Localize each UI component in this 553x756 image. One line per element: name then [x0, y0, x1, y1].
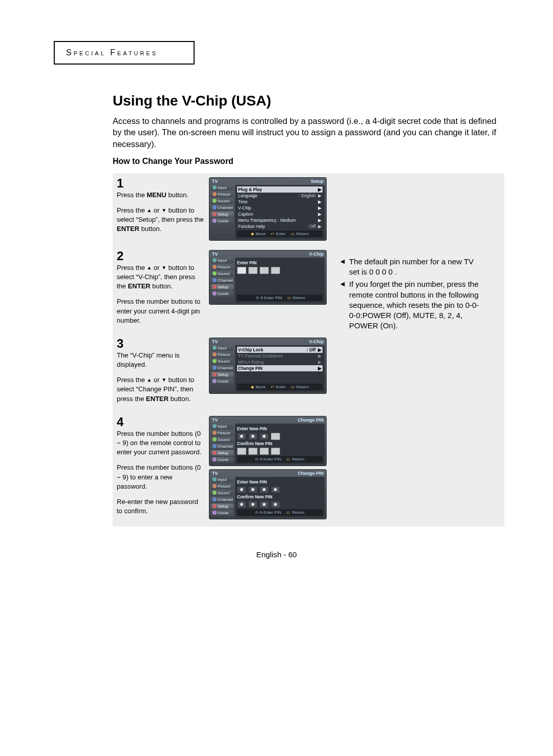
step-number: 4: [117, 416, 204, 428]
osd-screenshot-setup: TVSetup Input Picture Sound Channel Setu…: [209, 177, 327, 244]
step-text: 4 Press the number buttons (0 ~ 9) on th…: [117, 416, 204, 522]
note-arrow-icon: ◄: [339, 279, 346, 331]
down-arrow-icon: ▼: [161, 264, 166, 271]
note-arrow-icon: ◄: [339, 257, 346, 278]
chapter-heading-box: Special Features: [54, 41, 195, 65]
step-4: 4 Press the number buttons (0 ~ 9) on th…: [117, 416, 332, 522]
note-2: ◄ If you forget the pin number, press th…: [339, 279, 485, 331]
up-arrow-icon: ▲: [147, 264, 152, 271]
steps-container: 1 Press the MENU button. Press the ▲ or …: [113, 173, 504, 527]
manual-page: Special Features Using the V-Chip (USA) …: [0, 0, 553, 579]
step-number: 2: [117, 250, 204, 262]
notes-column: ◄ The default pin number for a new TV se…: [339, 177, 485, 522]
step-text: 3 The “V-Chip” menu is displayed. Press …: [117, 338, 204, 410]
section-subheading: How to Change Your Password: [113, 157, 504, 166]
osd-screenshot-change-pin: TVChange PIN Input Picture Sound Channel…: [209, 416, 327, 522]
osd-screenshot-vchip-menu: TVV-Chip Input Picture Sound Channel Set…: [209, 338, 327, 410]
step-number: 3: [117, 338, 204, 350]
osd-screenshot-enter-pin: TVV-Chip Input Picture Sound Channel Set…: [209, 250, 327, 331]
step-number: 1: [117, 177, 204, 190]
step-3: 3 The “V-Chip” menu is displayed. Press …: [117, 338, 332, 410]
down-arrow-icon: ▼: [161, 376, 166, 384]
down-arrow-icon: ▼: [161, 207, 166, 214]
step-text: 2 Press the ▲ or ▼ button to select “V-C…: [117, 250, 204, 331]
up-arrow-icon: ▲: [147, 207, 152, 214]
intro-paragraph: Access to channels and programs is contr…: [113, 115, 504, 150]
note-1: ◄ The default pin number for a new TV se…: [339, 257, 485, 278]
step-2: 2 Press the ▲ or ▼ button to select “V-C…: [117, 250, 332, 331]
content-area: Using the V-Chip (USA) Access to channel…: [113, 93, 504, 527]
up-arrow-icon: ▲: [147, 376, 152, 384]
chapter-heading: Special Features: [66, 48, 158, 57]
step-1: 1 Press the MENU button. Press the ▲ or …: [117, 177, 332, 244]
page-footer: English - 60: [49, 550, 504, 559]
steps-column: 1 Press the MENU button. Press the ▲ or …: [117, 177, 332, 522]
page-title: Using the V-Chip (USA): [113, 93, 504, 109]
step-text: 1 Press the MENU button. Press the ▲ or …: [117, 177, 204, 244]
